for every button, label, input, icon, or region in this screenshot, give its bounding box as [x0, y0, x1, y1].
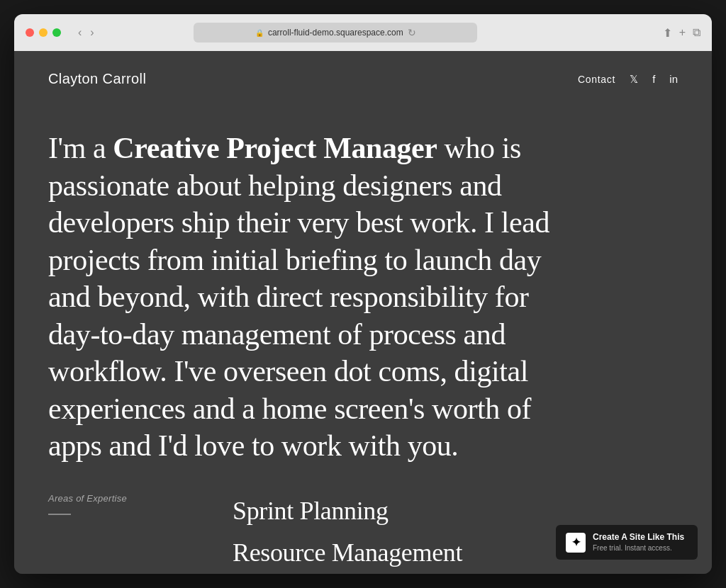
- new-tab-button[interactable]: +: [679, 26, 686, 39]
- expertise-divider: [48, 514, 71, 515]
- badge-sub-text: Free trial. Instant access.: [593, 543, 684, 553]
- hero-bold: Creative Project Manager: [113, 132, 437, 164]
- hero-text: I'm a Creative Project Manager who is pa…: [48, 130, 559, 465]
- lock-icon: 🔒: [255, 29, 264, 37]
- url-text: carroll-fluid-demo.squarespace.com: [268, 28, 403, 38]
- nav-buttons: ‹ ›: [75, 25, 97, 40]
- site-header: Clayton Carroll Contact 𝕏 f in: [14, 51, 712, 101]
- badge-text-block: Create A Site Like This Free trial. Inst…: [593, 532, 684, 553]
- site-nav: Contact 𝕏 f in: [578, 73, 678, 86]
- contact-link[interactable]: Contact: [578, 74, 615, 85]
- hero-suffix: who is passionate about helping designer…: [48, 132, 549, 462]
- hero-section: I'm a Creative Project Manager who is pa…: [14, 101, 712, 490]
- browser-chrome: ‹ › 🔒 carroll-fluid-demo.squarespace.com…: [14, 14, 712, 51]
- forward-button[interactable]: ›: [87, 25, 96, 40]
- hero-prefix: I'm a: [48, 132, 113, 164]
- website-content: Clayton Carroll Contact 𝕏 f in I'm a Cre…: [14, 51, 712, 574]
- site-logo: Clayton Carroll: [48, 71, 146, 87]
- browser-actions: ⬆ + ⧉: [663, 26, 700, 40]
- maximize-button[interactable]: [52, 28, 61, 37]
- expertise-label: Areas of Expertise: [48, 493, 233, 504]
- browser-window: ‹ › 🔒 carroll-fluid-demo.squarespace.com…: [14, 14, 712, 574]
- traffic-lights: [26, 28, 61, 37]
- tab-overview-button[interactable]: ⧉: [693, 26, 700, 39]
- minimize-button[interactable]: [39, 28, 48, 37]
- expertise-label-col: Areas of Expertise: [48, 490, 233, 515]
- linkedin-link[interactable]: in: [669, 73, 678, 85]
- close-button[interactable]: [26, 28, 34, 37]
- refresh-button[interactable]: ↻: [408, 27, 416, 38]
- share-button[interactable]: ⬆: [663, 26, 672, 40]
- back-button[interactable]: ‹: [75, 25, 84, 40]
- twitter-link[interactable]: 𝕏: [630, 73, 638, 86]
- squarespace-badge[interactable]: ✦ Create A Site Like This Free trial. In…: [556, 525, 698, 560]
- address-bar[interactable]: 🔒 carroll-fluid-demo.squarespace.com ↻: [194, 23, 477, 43]
- badge-main-text: Create A Site Like This: [593, 532, 684, 543]
- squarespace-logo-icon: ✦: [566, 533, 586, 553]
- facebook-link[interactable]: f: [652, 73, 655, 85]
